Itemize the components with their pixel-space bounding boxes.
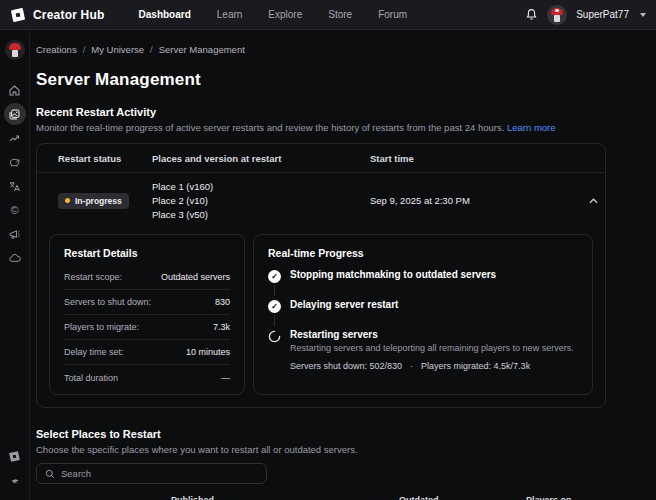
- chevron-down-icon[interactable]: [640, 13, 646, 17]
- progress-step-restarting: Restarting servers Restarting servers an…: [268, 329, 578, 371]
- docs-icon[interactable]: [4, 469, 26, 491]
- select-places-heading: Select Places to Restart: [36, 428, 644, 440]
- breadcrumb-server-management: Server Management: [159, 44, 245, 55]
- progress-step-matchmaking: ✓ Stopping matchmaking to outdated serve…: [268, 269, 578, 299]
- detail-label: Delay time set:: [64, 347, 124, 357]
- home-icon[interactable]: [4, 79, 26, 101]
- detail-row-restart-scope: Restart scope: Outdated servers: [64, 265, 230, 290]
- recent-activity-description-text: Monitor the real-time progress of active…: [36, 122, 504, 133]
- realtime-progress-title: Real-time Progress: [268, 247, 578, 259]
- user-avatar[interactable]: [547, 5, 567, 25]
- breadcrumb-separator: /: [83, 44, 86, 55]
- restart-details-title: Restart Details: [64, 247, 230, 259]
- search-input[interactable]: [61, 468, 258, 479]
- place-version-item: Place 1 (v160): [152, 180, 370, 194]
- step-description: Restarting servers and teleporting all r…: [290, 343, 574, 353]
- monetization-icon[interactable]: [4, 151, 26, 173]
- check-circle-icon: ✓: [268, 300, 281, 313]
- col-published-version: Published version: [171, 495, 238, 500]
- username-label[interactable]: SuperPat77: [576, 9, 629, 20]
- breadcrumb-creations[interactable]: Creations: [36, 44, 77, 55]
- col-start-time: Start time: [370, 153, 578, 164]
- analytics-icon[interactable]: [4, 127, 26, 149]
- learn-more-link[interactable]: Learn more: [507, 122, 556, 133]
- status-dot: [65, 198, 70, 203]
- activity-row[interactable]: In-progress Place 1 (v160) Place 2 (v10)…: [37, 173, 605, 228]
- step-label: Stopping matchmaking to outdated servers: [290, 269, 496, 280]
- stat-servers-shut-down: Servers shut down: 502/830: [290, 361, 402, 371]
- detail-value: 10 minutes: [186, 347, 230, 357]
- progress-step-delay: ✓ Delaying server restart: [268, 299, 578, 329]
- place-version-item: Place 2 (v10): [152, 194, 370, 208]
- places-table-header: Places Published version Published on To…: [36, 494, 612, 500]
- studio-icon[interactable]: [4, 445, 26, 467]
- app-shell: ©: [0, 30, 656, 500]
- localization-icon[interactable]: [4, 175, 26, 197]
- detail-row-delay-time: Delay time set: 10 minutes: [64, 340, 230, 365]
- promotion-icon[interactable]: [4, 223, 26, 245]
- search-icon: [45, 469, 55, 479]
- col-places-version: Places and version at restart: [152, 153, 370, 164]
- detail-value: 7.3k: [213, 322, 230, 332]
- realtime-progress-card: Real-time Progress ✓ Stopping matchmakin…: [253, 234, 593, 395]
- step-label: Restarting servers: [290, 329, 574, 340]
- status-label: In-progress: [75, 196, 122, 206]
- spinner-icon: [268, 330, 281, 343]
- col-players-on-outdated: Players on outdated servers: [526, 495, 610, 500]
- detail-value: 830: [215, 297, 230, 307]
- brand-title[interactable]: Creator Hub: [33, 8, 105, 22]
- copyright-icon[interactable]: ©: [4, 199, 26, 221]
- stat-separator: ·: [410, 361, 413, 371]
- detail-label: Total duration: [64, 373, 118, 383]
- places-table: Places Published version Published on To…: [36, 494, 612, 500]
- detail-row-servers-to-shut-down: Servers to shut down: 830: [64, 290, 230, 315]
- detail-label: Restart scope:: [64, 272, 122, 282]
- search-box: [36, 463, 267, 484]
- recent-activity-heading: Recent Restart Activity: [36, 106, 644, 118]
- sidebar-avatar[interactable]: [5, 40, 25, 60]
- app-root: Creator Hub Dashboard Learn Explore Stor…: [0, 0, 656, 500]
- nav-forum[interactable]: Forum: [378, 9, 407, 20]
- chevron-up-icon[interactable]: [578, 198, 608, 204]
- start-time-value: Sep 9, 2025 at 2:30 PM: [370, 195, 578, 206]
- breadcrumb-my-universe[interactable]: My Universe: [91, 44, 144, 55]
- cloud-icon[interactable]: [4, 247, 26, 269]
- bell-icon[interactable]: [525, 8, 538, 21]
- detail-value: —: [221, 373, 230, 383]
- creator-hub-logo-icon[interactable]: [10, 7, 25, 22]
- recent-activity-description: Monitor the real-time progress of active…: [36, 122, 644, 133]
- col-outdated-servers: Outdated servers: [399, 495, 468, 500]
- nav-dashboard[interactable]: Dashboard: [139, 9, 191, 20]
- detail-label: Servers to shut down:: [64, 297, 151, 307]
- stat-players-migrated: Players migrated: 4.5k/7.3k: [421, 361, 530, 371]
- place-version-item: Place 3 (v50): [152, 208, 370, 222]
- detail-row-players-to-migrate: Players to migrate: 7.3k: [64, 315, 230, 340]
- restart-activity-panel: Restart status Places and version at res…: [36, 143, 606, 408]
- main-content: Creations / My Universe / Server Managem…: [30, 30, 656, 500]
- step-label: Delaying server restart: [290, 299, 398, 310]
- check-circle-icon: ✓: [268, 270, 281, 283]
- activity-table-header: Restart status Places and version at res…: [37, 144, 605, 172]
- step-stats: Servers shut down: 502/830 · Players mig…: [290, 361, 574, 371]
- primary-nav: Dashboard Learn Explore Store Forum: [139, 9, 408, 20]
- detail-row-total-duration: Total duration —: [64, 365, 230, 390]
- places-version-list: Place 1 (v160) Place 2 (v10) Place 3 (v5…: [152, 180, 370, 221]
- col-restart-status: Restart status: [58, 153, 152, 164]
- select-places-description: Choose the specific places where you wan…: [36, 444, 644, 455]
- detail-label: Players to migrate:: [64, 322, 139, 332]
- restart-details-card: Restart Details Restart scope: Outdated …: [49, 234, 245, 395]
- page-title: Server Management: [36, 70, 644, 90]
- nav-learn[interactable]: Learn: [217, 9, 243, 20]
- breadcrumb-separator: /: [150, 44, 153, 55]
- navbar-right: SuperPat77: [525, 5, 646, 25]
- left-sidebar: ©: [0, 30, 30, 500]
- activity-expanded-details: Restart Details Restart scope: Outdated …: [37, 228, 605, 395]
- breadcrumb: Creations / My Universe / Server Managem…: [36, 44, 644, 55]
- top-navbar: Creator Hub Dashboard Learn Explore Stor…: [0, 0, 656, 30]
- creations-icon[interactable]: [4, 103, 26, 125]
- detail-value: Outdated servers: [161, 272, 230, 282]
- navbar-left: Creator Hub Dashboard Learn Explore Stor…: [10, 7, 407, 22]
- status-badge: In-progress: [58, 193, 129, 209]
- nav-store[interactable]: Store: [328, 9, 352, 20]
- nav-explore[interactable]: Explore: [268, 9, 302, 20]
